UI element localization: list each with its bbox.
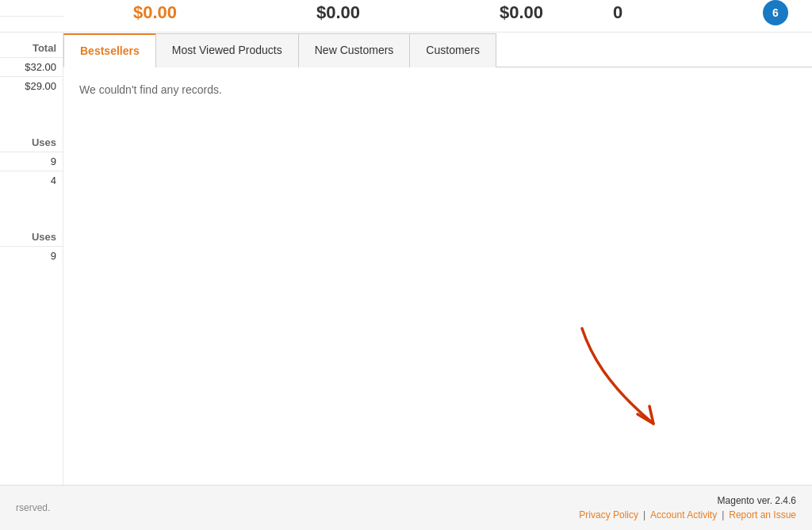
- total-value-2: $29.00: [0, 76, 63, 95]
- footer-links: Privacy Policy | Account Activity | Repo…: [579, 509, 796, 520]
- uses-value-1: 9: [0, 152, 63, 171]
- tab-bestsellers[interactable]: Bestsellers: [63, 33, 156, 67]
- privacy-policy-link[interactable]: Privacy Policy: [579, 509, 638, 520]
- stat-value-3: $0.00: [430, 2, 613, 23]
- right-panel: Bestsellers Most Viewed Products New Cus…: [63, 33, 812, 485]
- footer-bottom: Magento ver. 2.4.6 Privacy Policy | Acco…: [579, 495, 796, 520]
- tab-customers[interactable]: Customers: [409, 33, 496, 67]
- stats-top-row: $0.00 $0.00 $0.00 0 6: [0, 0, 812, 33]
- version-text: ver. 2.4.6: [757, 495, 796, 506]
- uses-label-2: Uses: [0, 221, 63, 246]
- separator-1: |: [643, 509, 645, 520]
- badge: 6: [763, 0, 788, 25]
- no-records-message: We couldn't find any records.: [79, 83, 796, 96]
- total-label: Total: [0, 33, 63, 57]
- tab-new-customers[interactable]: New Customers: [298, 33, 411, 67]
- stat-value-4: 0 6: [613, 0, 804, 25]
- uses-value-3: 9: [0, 246, 63, 265]
- stat-value-1: $0.00: [63, 2, 247, 23]
- content-area: We couldn't find any records.: [63, 67, 812, 485]
- footer: rserved. Magento ver. 2.4.6 Privacy Poli…: [0, 485, 812, 530]
- magento-label: Magento: [718, 495, 755, 506]
- account-activity-link[interactable]: Account Activity: [650, 509, 717, 520]
- tabs-container: Bestsellers Most Viewed Products New Cus…: [63, 33, 812, 67]
- left-panel: Total $32.00 $29.00 Uses 9 4 Uses 9: [0, 33, 63, 485]
- separator-2: |: [722, 509, 724, 520]
- stat-value-2: $0.00: [247, 2, 430, 23]
- tab-most-viewed-products[interactable]: Most Viewed Products: [155, 33, 299, 67]
- report-issue-link[interactable]: Report an Issue: [729, 509, 796, 520]
- footer-left-text: rserved.: [16, 502, 50, 513]
- uses-value-2: 4: [0, 171, 63, 190]
- total-value-1: $32.00: [0, 57, 63, 76]
- uses-label-1: Uses: [0, 127, 63, 152]
